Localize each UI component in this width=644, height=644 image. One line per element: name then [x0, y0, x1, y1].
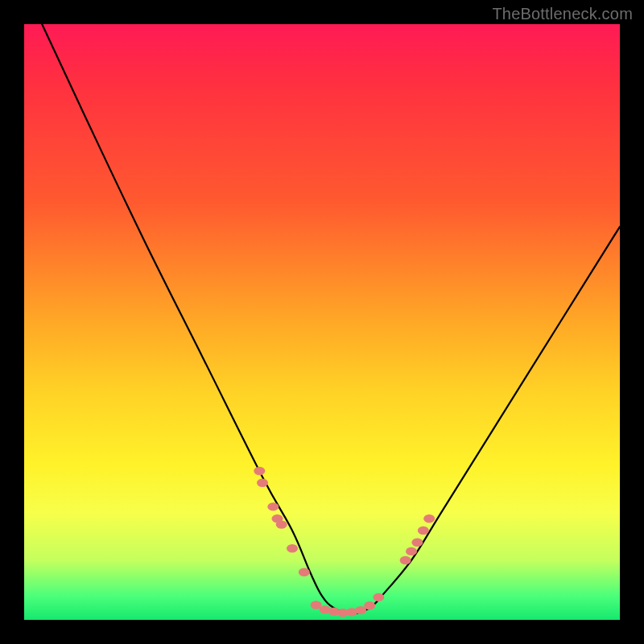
curve-marker [423, 514, 435, 522]
chart-frame: TheBottleneck.com [0, 0, 644, 644]
curve-svg [24, 24, 620, 620]
watermark-text: TheBottleneck.com [492, 5, 633, 23]
curve-marker [299, 568, 310, 576]
curve-marker [254, 467, 265, 475]
plot-area [24, 24, 620, 620]
curve-marker [406, 547, 417, 555]
curve-marker [418, 526, 429, 535]
curve-marker [411, 539, 423, 547]
curve-marker [373, 593, 384, 601]
curve-marker [400, 556, 411, 564]
curve-marker [276, 520, 287, 528]
curve-marker [267, 502, 279, 510]
curve-marker [257, 479, 268, 487]
bottleneck-curve [42, 24, 620, 614]
curve-marker [364, 601, 375, 609]
curve-markers [254, 467, 435, 617]
curve-marker [287, 544, 298, 552]
